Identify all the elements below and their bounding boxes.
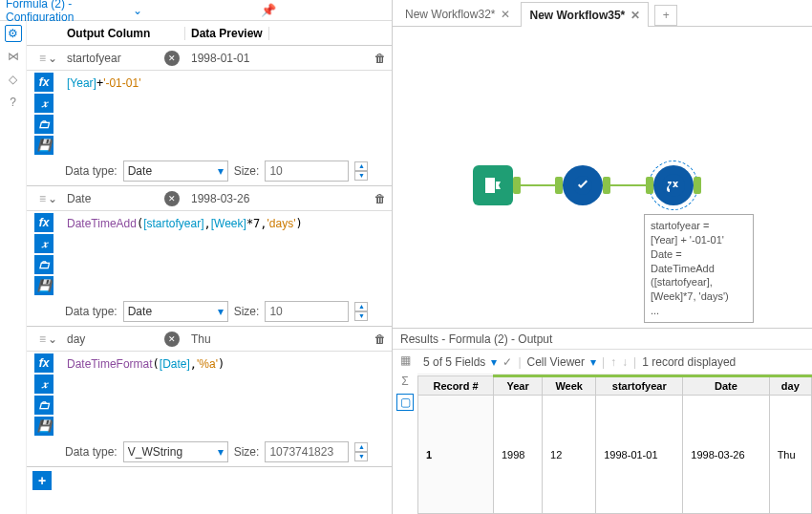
- variable-button[interactable]: 𝑥: [34, 234, 53, 253]
- results-grid[interactable]: Record #YearWeekstartofyearDateday 11998…: [417, 375, 812, 514]
- link-icon[interactable]: ⋈: [5, 48, 22, 65]
- size-down-icon[interactable]: ▼: [354, 452, 368, 461]
- size-down-icon[interactable]: ▼: [354, 171, 368, 181]
- fields-count: 5 of 5 Fields: [423, 355, 485, 369]
- clear-icon[interactable]: ✕: [164, 191, 180, 206]
- variable-button[interactable]: 𝑥: [34, 375, 53, 394]
- col-header-output: Output Column: [61, 27, 185, 40]
- expression-editor[interactable]: [Year]+'-01-01': [61, 71, 392, 157]
- clear-icon[interactable]: ✕: [164, 332, 180, 347]
- size-down-icon[interactable]: ▼: [354, 311, 368, 321]
- grid-toggle-icon[interactable]: ▦: [396, 352, 414, 369]
- metadata-icon[interactable]: ▢: [396, 394, 414, 411]
- results-title: Results - Formula (2) - Output: [393, 329, 812, 350]
- grid-cell[interactable]: 1998-01-01: [596, 396, 683, 514]
- close-tab-icon[interactable]: ✕: [630, 9, 640, 22]
- check-icon[interactable]: ✓: [502, 355, 512, 369]
- help-icon[interactable]: ?: [5, 94, 22, 111]
- pin-icon[interactable]: 📌: [259, 3, 386, 17]
- fx-button[interactable]: fx: [34, 353, 53, 373]
- data-preview-value: 1998-01-01: [185, 52, 369, 65]
- collapse-icon[interactable]: ⌄: [48, 332, 57, 346]
- trash-icon[interactable]: 🗑: [369, 52, 392, 65]
- save-button[interactable]: 💾: [34, 276, 53, 295]
- grid-cell[interactable]: Thu: [769, 396, 811, 514]
- column-header[interactable]: Week: [543, 376, 596, 396]
- summary-icon[interactable]: Σ: [396, 373, 414, 390]
- reorder-icon[interactable]: ≡: [39, 332, 46, 346]
- variable-button[interactable]: 𝑥: [34, 94, 53, 113]
- folder-button[interactable]: 🗀: [34, 396, 53, 415]
- cell-viewer-label: Cell Viewer: [527, 355, 585, 369]
- folder-button[interactable]: 🗀: [34, 115, 53, 134]
- svg-point-1: [662, 174, 685, 197]
- config-title: Formula (2) - Configuration: [6, 0, 129, 24]
- column-header[interactable]: Record #: [418, 376, 494, 396]
- size-input[interactable]: [265, 301, 349, 322]
- expression-editor[interactable]: DateTimeAdd([startofyear],[Week]*7,'days…: [61, 211, 392, 297]
- new-tab-button[interactable]: +: [654, 5, 677, 26]
- datatype-select[interactable]: Date▾: [123, 161, 228, 182]
- data-preview-value: 1998-03-26: [185, 192, 369, 205]
- prev-page-icon[interactable]: ↑: [610, 355, 616, 369]
- datatype-select[interactable]: Date▾: [123, 301, 228, 322]
- output-column-name[interactable]: Date: [67, 192, 91, 205]
- results-toolbar: 5 of 5 Fields ▾ ✓ | Cell Viewer ▾ | ↑ ↓ …: [417, 350, 812, 375]
- size-input[interactable]: [265, 441, 349, 462]
- grid-cell[interactable]: 12: [543, 396, 596, 514]
- tag-icon[interactable]: ◇: [5, 71, 22, 88]
- formula-tool[interactable]: [653, 165, 694, 205]
- fx-button[interactable]: fx: [34, 73, 53, 92]
- size-up-icon[interactable]: ▲: [354, 442, 368, 452]
- save-button[interactable]: 💾: [34, 417, 53, 436]
- grid-cell[interactable]: 1998-03-26: [683, 396, 769, 514]
- collapse-icon[interactable]: ⌄: [48, 192, 57, 205]
- collapse-panel-icon[interactable]: ⌄: [129, 4, 260, 17]
- grid-cell[interactable]: 1: [418, 396, 494, 514]
- column-header[interactable]: startofyear: [596, 376, 683, 396]
- data-preview-value: Thu: [185, 332, 369, 346]
- fx-button[interactable]: fx: [34, 213, 53, 232]
- reorder-icon[interactable]: ≡: [39, 192, 46, 205]
- datatype-select[interactable]: V_WString▾: [123, 441, 228, 462]
- trash-icon[interactable]: 🗑: [369, 192, 392, 205]
- reorder-icon[interactable]: ≡: [39, 52, 46, 65]
- size-input[interactable]: [265, 161, 349, 182]
- expression-editor[interactable]: DateTimeFormat([Date],'%a'): [61, 352, 392, 438]
- column-header[interactable]: Date: [683, 376, 769, 396]
- fields-dropdown-icon[interactable]: ▾: [491, 355, 497, 369]
- column-header[interactable]: day: [769, 376, 811, 396]
- next-page-icon[interactable]: ↓: [622, 355, 628, 369]
- size-up-icon[interactable]: ▲: [354, 161, 368, 171]
- save-button[interactable]: 💾: [34, 136, 53, 155]
- select-tool[interactable]: [563, 165, 603, 205]
- config-panel-header: Formula (2) - Configuration ⌄ 📌: [0, 0, 392, 21]
- formula-tooltip: startofyear =[Year] + '-01-01'Date =Date…: [644, 214, 754, 323]
- size-label: Size:: [234, 164, 260, 178]
- workflow-canvas[interactable]: startofyear =[Year] + '-01-01'Date =Date…: [393, 27, 812, 328]
- config-side-gutter: ⚙ ⋈ ◇ ?: [0, 21, 27, 514]
- workflow-tab[interactable]: New Workflow32*✕: [396, 1, 519, 26]
- size-up-icon[interactable]: ▲: [354, 302, 368, 311]
- datatype-label: Data type:: [65, 445, 118, 459]
- collapse-icon[interactable]: ⌄: [48, 52, 57, 65]
- output-column-name[interactable]: day: [67, 332, 85, 346]
- formula-list: Output Column Data Preview ≡ ⌄ startofye…: [27, 21, 392, 514]
- output-column-name[interactable]: startofyear: [67, 52, 121, 65]
- grid-cell[interactable]: 1998: [493, 396, 542, 514]
- add-formula-button[interactable]: +: [32, 471, 52, 490]
- column-header[interactable]: Year: [493, 376, 542, 396]
- col-header-preview: Data Preview: [185, 27, 269, 40]
- input-data-tool[interactable]: [473, 165, 513, 205]
- close-tab-icon[interactable]: ✕: [501, 8, 510, 21]
- size-label: Size:: [234, 445, 260, 459]
- folder-button[interactable]: 🗀: [34, 255, 53, 274]
- gear-icon[interactable]: ⚙: [5, 25, 22, 42]
- cellviewer-dropdown-icon[interactable]: ▾: [590, 355, 596, 369]
- workflow-tabs: New Workflow32*✕New Workflow35*✕+: [393, 0, 812, 27]
- workflow-tab[interactable]: New Workflow35*✕: [521, 2, 649, 27]
- datatype-label: Data type:: [65, 164, 118, 178]
- clear-icon[interactable]: ✕: [164, 51, 180, 66]
- trash-icon[interactable]: 🗑: [369, 332, 392, 346]
- records-count: 1 record displayed: [642, 355, 736, 369]
